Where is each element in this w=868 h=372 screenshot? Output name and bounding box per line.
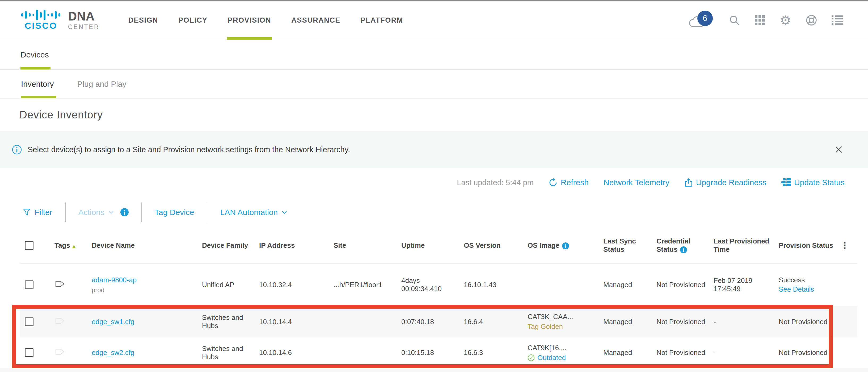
last-provisioned-time-cell: - — [714, 337, 779, 368]
list-menu-icon[interactable] — [832, 15, 843, 26]
banner-message: Select device(s) to assign to a Site and… — [28, 145, 350, 154]
uptime-cell: 0:10:15.18 — [401, 337, 464, 368]
tab-plug-and-play[interactable]: Plug and Play — [77, 70, 126, 98]
network-telemetry-button[interactable]: Network Telemetry — [603, 178, 670, 187]
refresh-label: Refresh — [561, 178, 589, 187]
tag-device-button[interactable]: Tag Device — [155, 208, 194, 217]
network-telemetry-label: Network Telemetry — [603, 178, 670, 187]
settings-gear-icon[interactable]: ⚙ — [780, 14, 791, 27]
device-family-header-label: Device Family — [202, 241, 248, 249]
tab-inventory[interactable]: Inventory — [21, 70, 54, 98]
device-name-link[interactable]: edge_sw1.cfg — [92, 318, 134, 326]
upgrade-readiness-label: Upgrade Readiness — [696, 178, 767, 187]
device-family-cell: Switches and Hubs — [202, 306, 259, 337]
table-row: edge_sw1.cfg Switches and Hubs 10.10.14.… — [20, 306, 857, 337]
actions-dropdown-button[interactable]: Actions — [79, 208, 129, 217]
tag-icon — [55, 280, 65, 288]
row-checkbox[interactable] — [25, 348, 33, 357]
device-inventory-table: Tags▲ Device Name Device Family IP Addre… — [20, 228, 857, 368]
server-stack-icon — [781, 178, 791, 187]
os-image-cell: CAT3K_CAA... — [528, 313, 598, 321]
refresh-icon — [549, 178, 558, 187]
update-status-button[interactable]: Update Status — [781, 178, 845, 187]
last-provisioned-time-cell: - — [714, 306, 779, 337]
last-sync-status-cell: Managed — [603, 263, 656, 306]
ip-address-cell: 10.10.32.4 — [259, 263, 334, 306]
top-navigation-bar: CISCO DNA CENTER DESIGN POLICY PROVISION… — [0, 1, 868, 40]
refresh-button[interactable]: Refresh — [549, 178, 589, 187]
filter-button[interactable]: Filter — [23, 208, 52, 217]
os-image-info-icon[interactable] — [562, 242, 569, 249]
col-header-provision-status[interactable]: Provision Status — [779, 228, 840, 263]
next-row-partial — [0, 368, 868, 372]
col-header-ip-address[interactable]: IP Address — [259, 228, 334, 263]
cisco-wordmark: CISCO — [25, 21, 57, 31]
site-cell — [334, 337, 401, 368]
ip-address-header-label: IP Address — [259, 241, 295, 249]
close-icon[interactable] — [834, 145, 843, 154]
lan-automation-dropdown-button[interactable]: LAN Automation — [220, 208, 287, 217]
col-header-device-name[interactable]: Device Name — [92, 228, 202, 263]
col-header-device-family[interactable]: Device Family — [202, 228, 259, 263]
nav-item-design[interactable]: DESIGN — [118, 1, 168, 40]
apps-grid-icon[interactable] — [754, 15, 766, 26]
device-name-link[interactable]: adam-9800-ap — [92, 276, 136, 284]
cloud-notifications-button[interactable]: 6 — [689, 12, 714, 28]
tags-header-label: Tags — [55, 241, 70, 249]
col-header-tags[interactable]: Tags▲ — [44, 228, 92, 263]
device-tag-label: prod — [92, 286, 197, 294]
toolbar-divider — [65, 202, 66, 222]
dna-wordmark: DNA — [68, 10, 100, 22]
ip-address-cell: 10.10.14.6 — [259, 337, 334, 368]
col-header-os-version[interactable]: OS Version — [464, 228, 528, 263]
nav-item-policy[interactable]: POLICY — [168, 1, 218, 40]
see-details-link[interactable]: See Details — [779, 285, 835, 293]
col-header-last-provisioned-time[interactable]: Last Provisioned Time — [714, 228, 779, 263]
os-version-cell: 16.6.4 — [464, 306, 528, 337]
chevron-down-icon — [281, 210, 287, 214]
toolbar-divider — [142, 202, 142, 222]
tab-devices[interactable]: Devices — [21, 40, 49, 69]
col-header-last-sync-status[interactable]: Last Sync Status — [603, 228, 656, 263]
device-name-header-label: Device Name — [92, 241, 135, 249]
last-updated-label: Last updated: 5:44 pm — [457, 178, 534, 187]
provision-status-cell: Not Provisioned — [779, 306, 840, 337]
select-all-checkbox[interactable] — [25, 241, 33, 250]
help-lifering-icon[interactable] — [806, 15, 817, 26]
credential-status-info-icon[interactable] — [680, 247, 687, 253]
sub-tab-bar: Inventory Plug and Play — [0, 70, 868, 98]
last-sync-status-header-label: Last Sync Status — [603, 237, 636, 253]
table-row: adam-9800-ap prod Unified AP 10.10.32.4 … — [20, 263, 857, 306]
device-name-link[interactable]: edge_sw2.cfg — [92, 349, 134, 356]
provision-status-cell: Not Provisioned — [779, 337, 840, 368]
device-family-cell: Unified AP — [202, 263, 259, 306]
col-header-os-image[interactable]: OS Image — [528, 228, 603, 263]
os-image-cell: CAT9K[16.... — [528, 344, 598, 352]
last-provisioned-time-header-label: Last Provisioned Time — [714, 237, 769, 253]
site-cell — [334, 306, 401, 337]
chevron-down-icon — [108, 210, 114, 214]
provision-status-cell: Success — [779, 276, 835, 284]
last-sync-status-cell: Managed — [603, 337, 656, 368]
row-checkbox[interactable] — [25, 281, 33, 289]
search-icon[interactable] — [729, 15, 740, 26]
nav-item-assurance[interactable]: ASSURANCE — [281, 1, 350, 40]
nav-item-platform[interactable]: PLATFORM — [350, 1, 413, 40]
site-header-label: Site — [334, 241, 346, 249]
upload-icon — [684, 178, 693, 187]
os-version-cell: 16.6.3 — [464, 337, 528, 368]
outdated-link[interactable]: Outdated — [537, 354, 566, 362]
actions-info-icon[interactable] — [120, 208, 129, 216]
row-checkbox[interactable] — [25, 317, 33, 326]
col-header-uptime[interactable]: Uptime — [401, 228, 464, 263]
tag-golden-link[interactable]: Tag Golden — [528, 322, 563, 331]
last-sync-status-cell: Managed — [603, 306, 656, 337]
os-version-cell: 16.10.1.43 — [464, 263, 528, 306]
table-toolbar: Filter Actions Tag Device LAN Automation — [0, 197, 868, 228]
nav-item-provision[interactable]: PROVISION — [218, 1, 281, 40]
column-settings-button[interactable]: ⋮ — [840, 240, 849, 251]
os-image-header-label: OS Image — [528, 241, 559, 249]
col-header-site[interactable]: Site — [334, 228, 401, 263]
upgrade-readiness-button[interactable]: Upgrade Readiness — [684, 178, 767, 187]
col-header-credential-status[interactable]: Credential Status — [656, 228, 714, 263]
